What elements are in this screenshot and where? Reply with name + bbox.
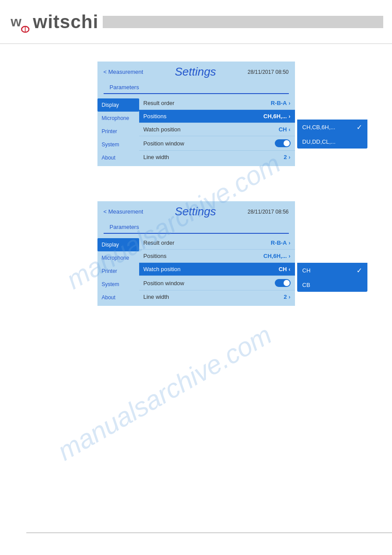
panel2-label-result-order: Result order <box>144 239 175 246</box>
logo-text: witschi <box>33 11 98 33</box>
panel1-row-positions[interactable]: Positions CH,6H,... › CH,CB,6H,... ✓ DU,… <box>139 110 295 123</box>
panel1-label-line-width: Line width <box>144 154 169 160</box>
chevron-icon-0: › <box>289 100 291 106</box>
panel1-label-result-order: Result order <box>144 100 175 106</box>
panel2-row-watch-position[interactable]: Watch position CH ‹ CH ✓ CB <box>139 263 295 276</box>
sidebar-item-printer-2[interactable]: Printer <box>97 265 139 278</box>
chevron-icon-2: ‹ <box>289 127 291 133</box>
panel1-content: Result order R-B-A › Positions CH,6H,...… <box>139 97 295 166</box>
panel1-datetime: 28/11/2017 08:50 <box>248 69 288 75</box>
logo: w witschi <box>9 11 98 33</box>
panel1-value-positions: CH,6H,... › <box>263 113 290 120</box>
panel2-dropdown-watchpos: CH ✓ CB <box>297 263 367 292</box>
panel1-label-positions: Positions <box>144 113 167 120</box>
panel1-row-result-order[interactable]: Result order R-B-A › <box>139 97 295 110</box>
panel2-value-positions: CH,6H,... › <box>263 253 290 259</box>
panel1-sidebar: Display Microphone Printer System About <box>97 97 139 166</box>
main-content: manualsarchive.com manualsarchive.com < … <box>0 44 392 555</box>
chevron2-icon-1: › <box>289 253 291 259</box>
panel1-title: Settings <box>175 65 216 79</box>
panel1-row-position-window[interactable]: Position window <box>139 136 295 151</box>
panel2-dropdown-item-0[interactable]: CH ✓ <box>297 263 367 278</box>
panel2-value-watch-position: CH ‹ <box>279 266 291 272</box>
sidebar-item-microphone-1[interactable]: Microphone <box>97 112 139 125</box>
panel1-nav[interactable]: < Measurement <box>104 69 144 75</box>
settings-panel-2: < Measurement Settings 28/11/2017 08:56 … <box>97 201 295 306</box>
panel2-label-positions: Positions <box>144 253 167 259</box>
chevron2-icon-0: › <box>289 240 291 246</box>
panel2-toggle-position-window[interactable] <box>275 279 291 287</box>
panel2-content: Result order R-B-A › Positions CH,6H,...… <box>139 236 295 306</box>
toggle-icon[interactable] <box>275 139 291 147</box>
settings-panel-1: < Measurement Settings 28/11/2017 08:50 … <box>97 62 295 166</box>
panel1-section: Parameters <box>104 82 289 94</box>
panel1-dropdown-positions: CH,CB,6H,... ✓ DU,DD,CL,... <box>297 120 367 149</box>
sidebar-item-display-1[interactable]: Display <box>97 98 139 112</box>
watermark-2: manualsarchive.com <box>53 319 277 467</box>
checkmark2-icon-0: ✓ <box>356 266 362 275</box>
header-bar <box>103 16 383 28</box>
chevron2-icon-4: › <box>289 294 291 300</box>
chevron-icon-1: › <box>289 113 291 120</box>
panel1-value-line-width: 2 › <box>284 154 290 160</box>
panel2-dropdown-item-1[interactable]: CB <box>297 278 367 292</box>
panel2-value-line-width: 2 › <box>284 294 290 300</box>
panel2-sidebar: Display Microphone Printer System About <box>97 236 139 306</box>
sidebar-item-system-2[interactable]: System <box>97 278 139 291</box>
chevron2-icon-2: ‹ <box>289 266 291 272</box>
panel2-label-position-window: Position window <box>144 280 184 287</box>
panel2-row-result-order[interactable]: Result order R-B-A › <box>139 236 295 250</box>
panel2-body: Display Microphone Printer System About … <box>97 236 295 306</box>
sidebar-item-about-1[interactable]: About <box>97 151 139 164</box>
panel1-value-result-order: R-B-A › <box>271 100 291 106</box>
panel1-label-watch-position: Watch position <box>144 126 181 133</box>
panel1-row-line-width[interactable]: Line width 2 › <box>139 151 295 163</box>
panel1-body: Display Microphone Printer System About … <box>97 97 295 166</box>
bottom-divider <box>26 533 392 533</box>
panel2-row-line-width[interactable]: Line width 2 › <box>139 290 295 303</box>
panel1-dropdown-item-1[interactable]: DU,DD,CL,... <box>297 135 367 149</box>
toggle2-icon[interactable] <box>275 279 291 287</box>
sidebar-item-printer-1[interactable]: Printer <box>97 125 139 138</box>
panel2-datetime: 28/11/2017 08:56 <box>248 209 288 215</box>
panel1-label-position-window: Position window <box>144 140 184 147</box>
panel2-label-watch-position: Watch position <box>144 266 181 272</box>
panel1-header: < Measurement Settings 28/11/2017 08:50 <box>97 62 295 82</box>
panel2-row-position-window[interactable]: Position window <box>139 276 295 290</box>
panel2-nav[interactable]: < Measurement <box>104 208 144 215</box>
panel2-label-line-width: Line width <box>144 294 169 300</box>
panel2-header: < Measurement Settings 28/11/2017 08:56 <box>97 201 295 222</box>
witschi-logo-icon: w <box>9 11 31 33</box>
chevron-icon-4: › <box>289 154 291 160</box>
panel2-row-positions[interactable]: Positions CH,6H,... › <box>139 250 295 263</box>
panel1-value-watch-position: CH ‹ <box>279 126 291 133</box>
panel1-toggle-position-window[interactable] <box>275 139 291 147</box>
sidebar-item-about-2[interactable]: About <box>97 291 139 304</box>
panel1-dropdown-item-0[interactable]: CH,CB,6H,... ✓ <box>297 120 367 135</box>
panel1-row-watch-position[interactable]: Watch position CH ‹ <box>139 123 295 136</box>
panel2-value-result-order: R-B-A › <box>271 239 291 246</box>
svg-text:w: w <box>10 14 22 29</box>
sidebar-item-display-2[interactable]: Display <box>97 238 139 251</box>
sidebar-item-system-1[interactable]: System <box>97 138 139 151</box>
panel2-section: Parameters <box>104 222 289 234</box>
sidebar-item-microphone-2[interactable]: Microphone <box>97 251 139 265</box>
panel2-title: Settings <box>175 205 216 218</box>
checkmark-icon-0: ✓ <box>356 123 362 131</box>
header: w witschi <box>0 0 392 44</box>
